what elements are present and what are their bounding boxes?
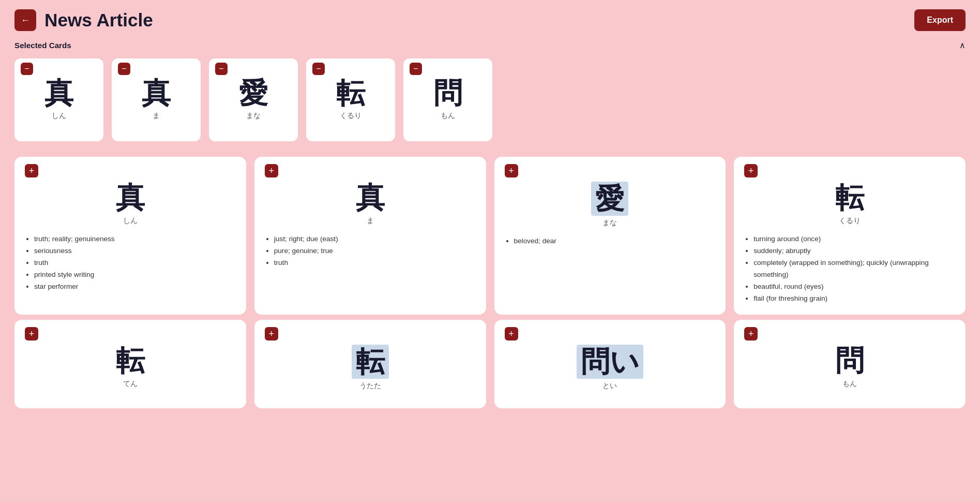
card-kanji-0: 真	[116, 182, 145, 214]
bottom-kanji-0: 転	[116, 345, 145, 377]
selected-reading-0: しん	[52, 111, 66, 121]
selected-reading-1: ま	[153, 111, 160, 121]
main-card-0: + 真 しん truth; reality; genuineness serio…	[14, 157, 246, 315]
selected-kanji-1: 真	[142, 77, 171, 109]
back-button[interactable]: ←	[14, 9, 36, 31]
kanji-wrap-2: 愛	[505, 182, 716, 216]
main-card-1: + 真 ま just; right; due (east) pure; genu…	[254, 157, 486, 315]
meaning-item: completely (wrapped in something); quick…	[753, 257, 955, 280]
card-meanings-2: beloved; dear	[505, 235, 716, 247]
selected-label: Selected Cards	[14, 41, 71, 50]
card-reading-2: まな	[505, 218, 716, 228]
selected-card-0: − 真 しん	[14, 58, 103, 141]
meaning-item: truth; reality; genuineness	[34, 233, 236, 245]
selected-card-1: − 真 ま	[112, 58, 201, 141]
selected-card-4: − 問 もん	[403, 58, 492, 141]
card-meanings-0: truth; reality; genuineness seriousness …	[25, 233, 236, 293]
bottom-kanji-3: 問	[835, 345, 864, 377]
add-card-2[interactable]: +	[505, 164, 518, 177]
meaning-item: just; right; due (east)	[274, 233, 476, 245]
bottom-section: + 転 てん + 転 うたた + 問い とい + 問 もん	[0, 320, 980, 419]
bottom-reading-2: とい	[505, 381, 716, 391]
bottom-card-2: + 問い とい	[494, 320, 726, 408]
card-reading-3: くるり	[744, 216, 955, 226]
bottom-reading-3: もん	[744, 379, 955, 389]
bottom-kanji-wrap-1: 転	[265, 345, 476, 379]
meaning-item: turning around (once)	[753, 233, 955, 245]
back-icon: ←	[21, 15, 30, 26]
main-section: + 真 しん truth; reality; genuineness serio…	[0, 152, 980, 320]
bottom-reading-0: てん	[25, 379, 236, 389]
card-kanji-1: 真	[356, 182, 385, 214]
bottom-kanji-2: 問い	[577, 345, 643, 379]
meaning-item: beautiful, round (eyes)	[753, 280, 955, 292]
kanji-wrap-1: 真	[265, 182, 476, 214]
remove-card-1[interactable]: −	[118, 63, 130, 75]
selected-header: Selected Cards ∧	[14, 40, 966, 50]
selected-reading-2: まな	[246, 111, 261, 121]
selected-kanji-2: 愛	[239, 77, 268, 109]
main-cards-grid: + 真 しん truth; reality; genuineness serio…	[14, 157, 966, 315]
card-kanji-2: 愛	[591, 182, 628, 216]
meaning-item: seriousness	[34, 245, 236, 257]
meaning-item: star performer	[34, 280, 236, 292]
bottom-card-0: + 転 てん	[14, 320, 246, 408]
card-reading-0: しん	[25, 216, 236, 226]
meaning-item: pure; genuine; true	[274, 245, 476, 257]
meaning-item: truth	[34, 257, 236, 269]
add-card-1[interactable]: +	[265, 164, 278, 177]
selected-kanji-3: 転	[336, 77, 365, 109]
meaning-item: printed style writing	[34, 269, 236, 280]
remove-card-4[interactable]: −	[410, 63, 422, 75]
selected-section: Selected Cards ∧ − 真 しん − 真 ま − 愛 まな − 転…	[0, 40, 980, 152]
add-bottom-card-2[interactable]: +	[505, 327, 518, 341]
selected-reading-4: もん	[441, 111, 455, 121]
selected-kanji-4: 問	[433, 77, 462, 109]
kanji-wrap-3: 転	[744, 182, 955, 214]
add-bottom-card-3[interactable]: +	[744, 327, 758, 341]
remove-card-2[interactable]: −	[215, 63, 228, 75]
bottom-kanji-wrap-0: 転	[25, 345, 236, 377]
card-kanji-3: 転	[835, 182, 864, 214]
bottom-grid: + 転 てん + 転 うたた + 問い とい + 問 もん	[14, 320, 966, 408]
bottom-kanji-wrap-3: 問	[744, 345, 955, 377]
remove-card-3[interactable]: −	[312, 63, 325, 75]
main-card-2: + 愛 まな beloved; dear	[494, 157, 726, 315]
selected-kanji-0: 真	[44, 77, 73, 109]
remove-card-0[interactable]: −	[21, 63, 33, 75]
bottom-card-3: + 問 もん	[734, 320, 966, 408]
meaning-item: suddenly; abruptly	[753, 245, 955, 257]
add-card-3[interactable]: +	[744, 164, 758, 177]
export-button[interactable]: Export	[914, 9, 966, 31]
selected-cards-row: − 真 しん − 真 ま − 愛 まな − 転 くるり − 問 もん	[14, 58, 966, 141]
chevron-up-icon[interactable]: ∧	[959, 40, 966, 50]
bottom-kanji-1: 転	[352, 345, 389, 379]
meaning-item: beloved; dear	[514, 235, 716, 247]
bottom-kanji-wrap-2: 問い	[505, 345, 716, 379]
add-bottom-card-1[interactable]: +	[265, 327, 278, 341]
page-title: News Article	[44, 10, 153, 31]
meaning-item: flail (for threshing grain)	[753, 292, 955, 304]
meaning-item: truth	[274, 257, 476, 269]
card-meanings-3: turning around (once) suddenly; abruptly…	[744, 233, 955, 305]
bottom-reading-1: うたた	[265, 381, 476, 391]
add-card-0[interactable]: +	[25, 164, 38, 177]
bottom-card-1: + 転 うたた	[254, 320, 486, 408]
card-reading-1: ま	[265, 216, 476, 226]
add-bottom-card-0[interactable]: +	[25, 327, 38, 341]
selected-card-2: − 愛 まな	[209, 58, 298, 141]
header-left: ← News Article	[14, 9, 153, 31]
selected-reading-3: くるり	[340, 111, 361, 121]
card-meanings-1: just; right; due (east) pure; genuine; t…	[265, 233, 476, 269]
selected-card-3: − 転 くるり	[306, 58, 395, 141]
kanji-wrap-0: 真	[25, 182, 236, 214]
header: ← News Article Export	[0, 0, 980, 40]
main-card-3: + 転 くるり turning around (once) suddenly; …	[734, 157, 966, 315]
